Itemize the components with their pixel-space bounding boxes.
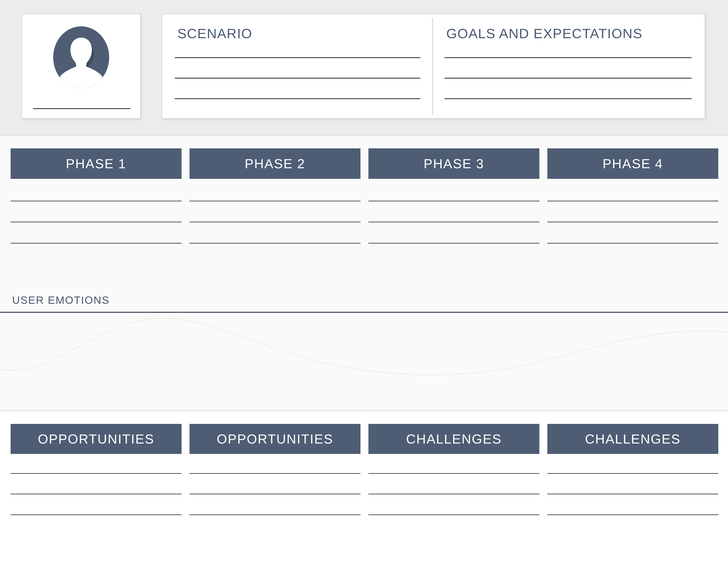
phase-4-blank-line xyxy=(547,222,718,222)
persona-header-section: SCENARIO GOALS AND EXPECTATIONS xyxy=(0,0,728,135)
opportunities-2-label: OPPORTUNITIES xyxy=(217,431,333,447)
phase-1-blank-line xyxy=(11,222,182,222)
phase-2-header: PHASE 2 xyxy=(190,148,360,179)
vertical-divider xyxy=(432,18,433,115)
opportunities-2-header: OPPORTUNITIES xyxy=(190,424,360,454)
challenges-2-blank-line xyxy=(547,514,718,515)
phase-2-blank-line xyxy=(190,243,360,243)
challenges-1-blank-line xyxy=(368,494,539,494)
phase-1-label: PHASE 1 xyxy=(66,156,126,171)
scenario-blank-line xyxy=(175,78,420,79)
challenges-2-label: CHALLENGES xyxy=(585,431,681,447)
user-emotions-divider-line xyxy=(0,312,728,313)
phase-2-blank-line xyxy=(190,222,360,222)
phase-3-header: PHASE 3 xyxy=(368,148,539,179)
opportunities-2-blank-line xyxy=(190,514,360,515)
scenario-title: SCENARIO xyxy=(177,27,252,40)
phase-2-blank-line xyxy=(190,201,360,201)
phase-3-blank-line xyxy=(368,222,539,222)
opportunities-2-blank-line xyxy=(190,473,360,474)
user-silhouette-icon xyxy=(51,24,111,91)
scenario-goals-card: SCENARIO GOALS AND EXPECTATIONS xyxy=(161,14,705,119)
challenges-1-label: CHALLENGES xyxy=(406,431,502,447)
phase-3-blank-line xyxy=(368,243,539,243)
persona-name-blank-line xyxy=(33,108,130,109)
phase-3-label: PHASE 3 xyxy=(424,156,484,171)
challenges-2-blank-line xyxy=(547,473,718,474)
goals-title: GOALS AND EXPECTATIONS xyxy=(446,27,642,40)
challenges-2-blank-line xyxy=(547,494,718,494)
phase-4-header: PHASE 4 xyxy=(547,148,718,179)
opportunities-1-blank-line xyxy=(11,514,182,515)
goals-blank-line xyxy=(445,98,692,99)
emotion-curve-placeholder xyxy=(0,314,728,410)
phase-4-blank-line xyxy=(547,201,718,201)
phase-1-blank-line xyxy=(11,201,182,201)
scenario-blank-line xyxy=(175,57,420,58)
challenges-1-blank-line xyxy=(368,473,539,474)
challenges-2-header: CHALLENGES xyxy=(547,424,718,454)
phase-1-blank-line xyxy=(11,243,182,243)
opportunities-1-blank-line xyxy=(11,494,182,494)
goals-blank-line xyxy=(445,78,692,79)
opportunities-1-blank-line xyxy=(11,473,182,474)
scenario-blank-line xyxy=(175,98,420,99)
phase-4-label: PHASE 4 xyxy=(602,156,663,171)
avatar xyxy=(51,24,111,91)
opportunities-1-label: OPPORTUNITIES xyxy=(38,431,154,447)
phase-3-blank-line xyxy=(368,201,539,201)
goals-blank-line xyxy=(445,57,692,58)
challenges-1-blank-line xyxy=(368,514,539,515)
opportunities-2-blank-line xyxy=(190,494,360,494)
opportunities-1-header: OPPORTUNITIES xyxy=(11,424,182,454)
user-emotions-title: USER EMOTIONS xyxy=(12,295,110,306)
persona-card xyxy=(21,14,141,119)
user-journey-map-template: SCENARIO GOALS AND EXPECTATIONS PHASE 1 … xyxy=(0,0,728,563)
challenges-1-header: CHALLENGES xyxy=(368,424,539,454)
phase-1-header: PHASE 1 xyxy=(11,148,182,179)
phase-2-label: PHASE 2 xyxy=(245,156,305,171)
phase-4-blank-line xyxy=(547,243,718,243)
